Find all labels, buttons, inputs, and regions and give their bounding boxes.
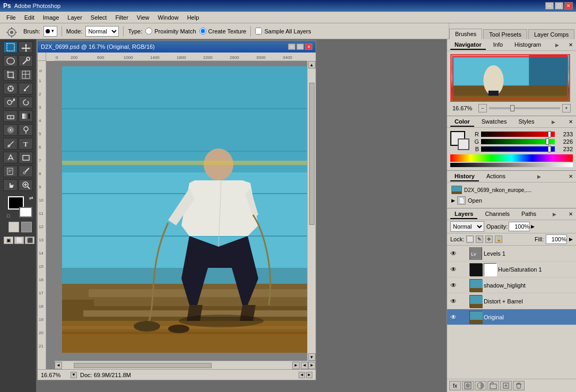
vscroll-thumb[interactable]	[309, 83, 315, 225]
vscroll-track[interactable]	[309, 68, 315, 353]
history-collapse-icon[interactable]: ▶	[537, 174, 541, 179]
tab-navigator[interactable]: Navigator	[450, 40, 486, 50]
menu-edit[interactable]: Edit	[20, 13, 39, 22]
blue-slider[interactable]	[481, 146, 555, 152]
tool-gradient[interactable]	[19, 110, 33, 122]
fill-input[interactable]: 100%	[546, 234, 567, 244]
tab-styles[interactable]: Styles	[514, 117, 538, 127]
layer-styles-button[interactable]: fx	[449, 381, 461, 390]
tool-zoom[interactable]	[19, 179, 33, 191]
tab-swatches[interactable]: Swatches	[477, 117, 511, 127]
tab-layer-comps[interactable]: Layer Comps	[528, 29, 574, 39]
standard-screen-mode-icon[interactable]: ▣	[4, 237, 13, 244]
tool-eraser[interactable]	[3, 110, 18, 122]
menu-filter[interactable]: Filter	[111, 13, 132, 22]
tool-magic-wand[interactable]	[19, 55, 33, 67]
green-slider[interactable]	[481, 139, 555, 144]
mode-select[interactable]: Normal Replace Multiply	[85, 26, 119, 37]
layer-original[interactable]: 👁 Original	[447, 309, 576, 325]
doc-close-button[interactable]: ✕	[305, 43, 312, 50]
proximity-match-radio[interactable]	[145, 28, 152, 34]
fill-arrow[interactable]: ▶	[569, 237, 573, 242]
menu-help[interactable]: Help	[183, 13, 204, 22]
tab-tool-presets[interactable]: Tool Presets	[483, 29, 527, 39]
menu-window[interactable]: Window	[154, 13, 183, 22]
history-open-item[interactable]: ▶ 📄 Open	[449, 195, 574, 206]
lock-all-icon[interactable]: 🔒	[495, 236, 502, 243]
blend-mode-select[interactable]: Normal Dissolve Multiply Screen	[450, 221, 484, 232]
sample-all-layers-checkbox[interactable]	[255, 28, 262, 34]
menu-select[interactable]: Select	[86, 13, 111, 22]
menu-view[interactable]: View	[133, 13, 154, 22]
red-slider-handle[interactable]	[548, 131, 551, 137]
swap-colors-icon[interactable]: ⇄	[29, 195, 33, 201]
zoom-in-icon[interactable]: +	[562, 104, 571, 112]
vertical-scrollbar[interactable]: ▲ ▼	[307, 61, 316, 361]
lock-image-icon[interactable]: ✎	[476, 236, 483, 243]
tool-shape[interactable]	[19, 152, 33, 163]
delete-layer-button[interactable]	[513, 381, 525, 390]
tab-channels[interactable]: Channels	[481, 210, 513, 219]
scroll-left-button[interactable]: ◄	[55, 362, 62, 369]
color-collapse-icon[interactable]: ▶	[552, 119, 555, 125]
brightness-spectrum-bar[interactable]	[450, 163, 573, 167]
opacity-input[interactable]: 100%	[509, 222, 530, 231]
lock-pixels-icon[interactable]: ⬜	[466, 236, 474, 243]
full-screen-mode-icon[interactable]: ⬜	[14, 237, 24, 244]
new-fill-layer-button[interactable]	[475, 381, 486, 390]
layers-collapse-icon[interactable]: ▶	[553, 212, 556, 217]
hscroll-thumb[interactable]	[74, 363, 212, 368]
menu-image[interactable]: Image	[39, 13, 64, 22]
color-panel-close[interactable]: ✕	[569, 119, 573, 125]
tool-dodge[interactable]	[19, 124, 33, 136]
brush-preview[interactable]: ▼	[43, 26, 57, 37]
hscroll-track[interactable]	[62, 363, 292, 368]
tool-healing-brush[interactable]	[3, 83, 18, 94]
new-group-button[interactable]	[487, 381, 499, 390]
green-slider-handle[interactable]	[546, 138, 549, 145]
tool-pen[interactable]	[3, 138, 18, 150]
image-canvas[interactable]: ©2005 Vincent Bockaert 123di .com	[46, 61, 316, 369]
layer-distort-barrel[interactable]: 👁 Distort + Barrel	[447, 293, 576, 309]
default-colors-icon[interactable]: □	[7, 213, 10, 219]
tool-eyedropper[interactable]	[19, 165, 33, 177]
tool-slice[interactable]	[19, 69, 33, 81]
layer-visibility-distort[interactable]: 👁	[449, 297, 458, 306]
tool-crop[interactable]	[3, 69, 18, 81]
tool-history-brush[interactable]	[19, 97, 33, 108]
zoom-out-icon[interactable]: −	[478, 104, 487, 112]
close-button[interactable]: ✕	[564, 2, 573, 10]
navigator-panel-close[interactable]: ✕	[569, 42, 573, 48]
color-spectrum-bar[interactable]	[450, 154, 573, 162]
quick-mask-off-icon[interactable]	[8, 222, 19, 232]
scroll-to-start-button[interactable]: ◄	[301, 362, 308, 369]
new-layer-button[interactable]	[500, 381, 512, 390]
tool-hand[interactable]	[3, 179, 18, 191]
layers-panel-close[interactable]: ✕	[569, 211, 573, 217]
doc-maximize-button[interactable]: □	[296, 43, 304, 50]
quick-mask-on-icon[interactable]	[21, 222, 32, 232]
scroll-down-button[interactable]: ▼	[308, 353, 316, 361]
tool-notes[interactable]	[3, 165, 18, 177]
minimize-button[interactable]: ─	[545, 2, 554, 10]
tab-histogram[interactable]: Histogram	[510, 40, 545, 50]
nav-left-button[interactable]: ◄	[299, 372, 305, 378]
tab-paths[interactable]: Paths	[517, 210, 540, 219]
tool-path-select[interactable]	[3, 152, 18, 163]
menu-file[interactable]: File	[2, 13, 20, 22]
tab-info[interactable]: Info	[489, 40, 507, 50]
background-color[interactable]	[19, 207, 32, 217]
tab-color[interactable]: Color	[450, 117, 474, 127]
horizontal-scrollbar[interactable]: ◄ ► ◄ ►	[55, 361, 316, 369]
tool-lasso[interactable]	[3, 55, 18, 67]
tab-history[interactable]: History	[450, 172, 479, 181]
maximize-button[interactable]: □	[555, 2, 563, 10]
layer-huesaturation1[interactable]: 👁 Hue/Saturation 1	[447, 262, 576, 277]
zoom-slider-thumb[interactable]	[510, 105, 514, 111]
tool-blur[interactable]	[3, 124, 18, 136]
tool-clone-stamp[interactable]	[3, 97, 18, 108]
tool-move[interactable]	[19, 41, 33, 53]
tool-marquee-rect[interactable]	[3, 41, 18, 53]
bg-color-swatch[interactable]	[458, 138, 469, 150]
add-mask-button[interactable]	[462, 381, 474, 390]
